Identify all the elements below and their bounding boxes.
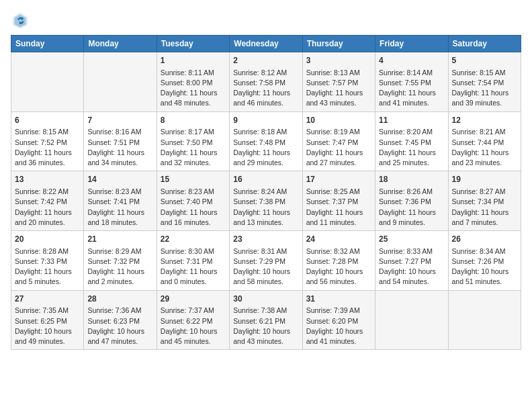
day-number: 18 — [379, 174, 444, 185]
day-number: 14 — [87, 174, 152, 185]
day-info: Sunrise: 8:20 AM Sunset: 7:45 PM Dayligh… — [379, 127, 444, 168]
day-number: 31 — [306, 293, 371, 305]
calendar-cell: 26Sunrise: 8:34 AM Sunset: 7:26 PM Dayli… — [448, 231, 521, 291]
day-info: Sunrise: 8:16 AM Sunset: 7:51 PM Dayligh… — [87, 127, 152, 168]
day-number: 10 — [306, 115, 371, 126]
calendar-cell — [448, 290, 521, 350]
day-info: Sunrise: 8:27 AM Sunset: 7:34 PM Dayligh… — [452, 187, 517, 228]
weekday-header-sunday: Sunday — [11, 36, 84, 52]
day-info: Sunrise: 8:33 AM Sunset: 7:27 PM Dayligh… — [379, 246, 444, 287]
calendar-cell: 14Sunrise: 8:23 AM Sunset: 7:41 PM Dayli… — [84, 171, 157, 231]
calendar-cell — [375, 290, 448, 350]
calendar-cell: 15Sunrise: 8:23 AM Sunset: 7:40 PM Dayli… — [157, 171, 229, 231]
weekday-header-monday: Monday — [84, 36, 157, 52]
day-info: Sunrise: 7:35 AM Sunset: 6:25 PM Dayligh… — [15, 306, 80, 347]
day-number: 4 — [379, 55, 444, 66]
day-number: 19 — [452, 174, 517, 185]
calendar-cell: 7Sunrise: 8:16 AM Sunset: 7:51 PM Daylig… — [84, 111, 157, 171]
day-number: 25 — [379, 234, 444, 245]
day-info: Sunrise: 8:15 AM Sunset: 7:54 PM Dayligh… — [452, 68, 517, 109]
calendar-cell: 24Sunrise: 8:32 AM Sunset: 7:28 PM Dayli… — [302, 231, 375, 291]
day-info: Sunrise: 8:30 AM Sunset: 7:31 PM Dayligh… — [161, 246, 226, 287]
day-number: 5 — [452, 55, 517, 66]
calendar-cell: 21Sunrise: 8:29 AM Sunset: 7:32 PM Dayli… — [84, 231, 157, 291]
day-info: Sunrise: 8:19 AM Sunset: 7:47 PM Dayligh… — [306, 127, 371, 168]
calendar-cell: 3Sunrise: 8:13 AM Sunset: 7:57 PM Daylig… — [302, 52, 375, 112]
calendar-cell — [11, 52, 84, 112]
calendar-cell: 6Sunrise: 8:15 AM Sunset: 7:52 PM Daylig… — [11, 111, 84, 171]
day-info: Sunrise: 8:23 AM Sunset: 7:41 PM Dayligh… — [87, 187, 152, 228]
calendar-cell: 27Sunrise: 7:35 AM Sunset: 6:25 PM Dayli… — [11, 290, 84, 350]
calendar-cell: 28Sunrise: 7:36 AM Sunset: 6:23 PM Dayli… — [84, 290, 157, 350]
calendar-cell: 29Sunrise: 7:37 AM Sunset: 6:22 PM Dayli… — [157, 290, 229, 350]
calendar-cell: 18Sunrise: 8:26 AM Sunset: 7:36 PM Dayli… — [375, 171, 448, 231]
day-number: 12 — [452, 115, 517, 126]
day-number: 20 — [15, 234, 80, 245]
day-info: Sunrise: 8:17 AM Sunset: 7:50 PM Dayligh… — [161, 127, 226, 168]
weekday-header-saturday: Saturday — [448, 36, 521, 52]
day-info: Sunrise: 8:15 AM Sunset: 7:52 PM Dayligh… — [15, 127, 80, 168]
day-number: 27 — [15, 293, 80, 305]
day-info: Sunrise: 7:38 AM Sunset: 6:21 PM Dayligh… — [233, 306, 298, 347]
day-info: Sunrise: 8:13 AM Sunset: 7:57 PM Dayligh… — [306, 68, 371, 109]
day-info: Sunrise: 8:31 AM Sunset: 7:29 PM Dayligh… — [233, 246, 298, 287]
calendar-cell: 1Sunrise: 8:11 AM Sunset: 8:00 PM Daylig… — [157, 52, 229, 112]
logo-icon — [11, 11, 30, 30]
day-number: 22 — [161, 234, 226, 245]
calendar-week-2: 6Sunrise: 8:15 AM Sunset: 7:52 PM Daylig… — [11, 111, 521, 171]
calendar-week-4: 20Sunrise: 8:28 AM Sunset: 7:33 PM Dayli… — [11, 231, 521, 291]
calendar-cell: 2Sunrise: 8:12 AM Sunset: 7:58 PM Daylig… — [230, 52, 302, 112]
calendar-cell: 8Sunrise: 8:17 AM Sunset: 7:50 PM Daylig… — [157, 111, 229, 171]
day-info: Sunrise: 8:25 AM Sunset: 7:37 PM Dayligh… — [306, 187, 371, 228]
day-number: 8 — [161, 115, 226, 126]
calendar-cell: 10Sunrise: 8:19 AM Sunset: 7:47 PM Dayli… — [302, 111, 375, 171]
day-info: Sunrise: 8:29 AM Sunset: 7:32 PM Dayligh… — [87, 246, 152, 287]
calendar-week-3: 13Sunrise: 8:22 AM Sunset: 7:42 PM Dayli… — [11, 171, 521, 231]
day-number: 30 — [233, 293, 298, 305]
calendar-cell: 9Sunrise: 8:18 AM Sunset: 7:48 PM Daylig… — [230, 111, 302, 171]
day-info: Sunrise: 8:14 AM Sunset: 7:55 PM Dayligh… — [379, 68, 444, 109]
calendar-cell: 4Sunrise: 8:14 AM Sunset: 7:55 PM Daylig… — [375, 52, 448, 112]
weekday-header-thursday: Thursday — [302, 36, 375, 52]
calendar-cell: 11Sunrise: 8:20 AM Sunset: 7:45 PM Dayli… — [375, 111, 448, 171]
day-info: Sunrise: 7:37 AM Sunset: 6:22 PM Dayligh… — [161, 306, 226, 347]
calendar-cell: 25Sunrise: 8:33 AM Sunset: 7:27 PM Dayli… — [375, 231, 448, 291]
day-info: Sunrise: 7:36 AM Sunset: 6:23 PM Dayligh… — [87, 306, 152, 347]
day-number: 16 — [233, 174, 298, 185]
calendar-cell: 31Sunrise: 7:39 AM Sunset: 6:20 PM Dayli… — [302, 290, 375, 350]
day-number: 13 — [15, 174, 80, 185]
day-info: Sunrise: 8:11 AM Sunset: 8:00 PM Dayligh… — [161, 68, 226, 109]
calendar-cell: 16Sunrise: 8:24 AM Sunset: 7:38 PM Dayli… — [230, 171, 302, 231]
day-info: Sunrise: 8:23 AM Sunset: 7:40 PM Dayligh… — [161, 187, 226, 228]
calendar-cell: 22Sunrise: 8:30 AM Sunset: 7:31 PM Dayli… — [157, 231, 229, 291]
day-number: 3 — [306, 55, 371, 66]
logo — [11, 11, 32, 30]
day-number: 11 — [379, 115, 444, 126]
day-number: 21 — [87, 234, 152, 245]
day-info: Sunrise: 8:26 AM Sunset: 7:36 PM Dayligh… — [379, 187, 444, 228]
day-number: 7 — [87, 115, 152, 126]
day-info: Sunrise: 8:21 AM Sunset: 7:44 PM Dayligh… — [452, 127, 517, 168]
day-number: 24 — [306, 234, 371, 245]
day-info: Sunrise: 8:34 AM Sunset: 7:26 PM Dayligh… — [452, 246, 517, 287]
day-number: 29 — [161, 293, 226, 305]
day-info: Sunrise: 7:39 AM Sunset: 6:20 PM Dayligh… — [306, 306, 371, 347]
calendar-cell: 17Sunrise: 8:25 AM Sunset: 7:37 PM Dayli… — [302, 171, 375, 231]
day-number: 28 — [87, 293, 152, 305]
calendar-header: SundayMondayTuesdayWednesdayThursdayFrid… — [11, 36, 521, 52]
day-info: Sunrise: 8:32 AM Sunset: 7:28 PM Dayligh… — [306, 246, 371, 287]
day-number: 17 — [306, 174, 371, 185]
day-info: Sunrise: 8:28 AM Sunset: 7:33 PM Dayligh… — [15, 246, 80, 287]
day-number: 6 — [15, 115, 80, 126]
calendar-week-5: 27Sunrise: 7:35 AM Sunset: 6:25 PM Dayli… — [11, 290, 521, 350]
weekday-header-tuesday: Tuesday — [157, 36, 229, 52]
calendar-cell: 23Sunrise: 8:31 AM Sunset: 7:29 PM Dayli… — [230, 231, 302, 291]
calendar-cell: 13Sunrise: 8:22 AM Sunset: 7:42 PM Dayli… — [11, 171, 84, 231]
calendar-cell: 30Sunrise: 7:38 AM Sunset: 6:21 PM Dayli… — [230, 290, 302, 350]
weekday-header-friday: Friday — [375, 36, 448, 52]
day-info: Sunrise: 8:18 AM Sunset: 7:48 PM Dayligh… — [233, 127, 298, 168]
day-number: 23 — [233, 234, 298, 245]
day-number: 1 — [161, 55, 226, 66]
calendar-cell: 19Sunrise: 8:27 AM Sunset: 7:34 PM Dayli… — [448, 171, 521, 231]
day-number: 15 — [161, 174, 226, 185]
